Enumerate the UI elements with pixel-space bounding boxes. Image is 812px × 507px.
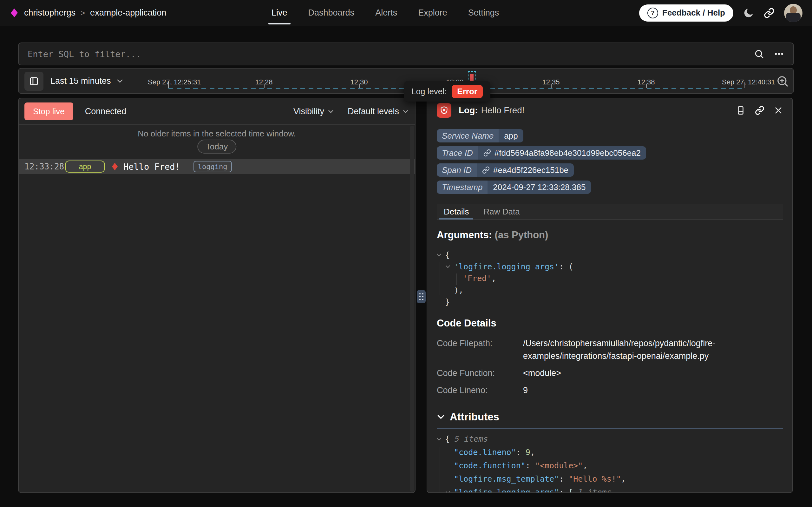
close-icon[interactable] (774, 106, 783, 115)
more-options-icon[interactable] (773, 49, 785, 59)
panel-resize-handle[interactable] (417, 290, 426, 303)
badge-trace-id[interactable]: Trace ID #fdd5694a8fa98eb4e301d99ebc056e… (437, 146, 646, 160)
tooltip-label: Log level: (412, 87, 447, 97)
code-token-punc: , (583, 461, 587, 470)
reader-view-icon[interactable] (736, 106, 745, 115)
filter-icons (754, 49, 785, 59)
breadcrumb-project[interactable]: example-application (90, 8, 166, 18)
breadcrumb: christophergs > example-application (11, 8, 166, 18)
code-token-key: "code.function" (454, 461, 525, 470)
collapse-chevron-icon[interactable] (437, 252, 441, 257)
dark-mode-moon-icon[interactable] (743, 7, 754, 19)
empty-window-message: No older items in the selected time wind… (19, 129, 415, 138)
attributes-heading-label: Attributes (450, 411, 499, 423)
code-token-key: "logfire.logging_args" (454, 488, 559, 493)
top-nav: christophergs > example-application Live… (0, 0, 812, 26)
detail-header: Log:Hello Fred! (437, 103, 783, 118)
attributes-heading[interactable]: Attributes (437, 411, 783, 423)
arguments-code-block[interactable]: {'logfire.logging_args': ('Fred',),} (437, 249, 783, 308)
nav-item-settings[interactable]: Settings (468, 0, 499, 26)
default-levels-dropdown[interactable]: Default levels (348, 107, 409, 116)
code-token-num: 9 (525, 448, 530, 457)
tab-raw-data[interactable]: Raw Data (483, 204, 519, 219)
detail-title: Log:Hello Fred! (459, 105, 524, 115)
zoom-in-icon[interactable] (776, 75, 789, 88)
code-line: "logfire.logging_args": [ 1 items (437, 486, 783, 493)
log-row-selected[interactable]: 12:33:28 app Hello Fred! logging (19, 159, 415, 174)
code-token-punc: , (530, 448, 535, 457)
tab-details[interactable]: Details (444, 204, 469, 219)
scope-tag[interactable]: logging (193, 161, 232, 172)
copy-link-icon[interactable] (755, 106, 764, 115)
code-line: { (437, 249, 783, 261)
scrollbar-track[interactable] (410, 126, 414, 492)
collapse-chevron-icon[interactable] (437, 437, 441, 441)
code-line: { 5 items (437, 433, 783, 446)
logfire-logo-icon[interactable] (11, 9, 18, 17)
nav-items: LiveDashboardsAlertsExploreSettings (271, 0, 499, 26)
code-detail-value: /Users/christophersamiullah/repos/pydant… (523, 337, 783, 362)
log-level-tooltip: Log level: Error (404, 81, 490, 102)
chevron-down-icon (437, 413, 445, 421)
code-token-punc: , (491, 274, 496, 283)
badge-value: app (499, 129, 523, 143)
code-token-key: "logfire.msg_template" (454, 474, 559, 484)
code-detail-label: Code Filepath: (437, 337, 523, 362)
service-tag[interactable]: app (65, 161, 105, 173)
code-detail-label: Code Function: (437, 367, 523, 380)
feedback-help-label: Feedback / Help (662, 8, 725, 18)
code-token-punc: : [ (559, 488, 578, 493)
nav-item-dashboards[interactable]: Dashboards (308, 0, 355, 26)
visibility-dropdown[interactable]: Visibility (293, 107, 334, 116)
arguments-subheading: (as Python) (495, 229, 548, 240)
code-details-heading: Code Details (437, 318, 783, 329)
nav-item-alerts[interactable]: Alerts (375, 0, 397, 26)
badge-label: Service Name (437, 129, 499, 143)
code-token-meta: 1 items (578, 488, 611, 493)
code-token-str: "Hello %s!" (568, 474, 621, 484)
log-timestamp: 12:33:28 (24, 162, 65, 171)
arguments-heading-label: Arguments: (437, 229, 492, 240)
feedback-help-button[interactable]: ? Feedback / Help (639, 4, 733, 21)
code-line: } (437, 296, 783, 308)
link-icon (482, 166, 490, 174)
code-line: "code.lineno": 9, (437, 446, 783, 459)
collapse-chevron-icon[interactable] (446, 264, 450, 268)
badge-value: #fdd5694a8fa98eb4e301d99ebc056ea2 (478, 146, 646, 160)
stop-live-button[interactable]: Stop live (24, 103, 73, 120)
chevron-down-icon (402, 108, 409, 115)
detail-title-prefix: Log: (459, 105, 478, 115)
today-button[interactable]: Today (197, 139, 236, 154)
code-token-punc: } (445, 297, 450, 306)
badge-list: Service NameappTrace ID #fdd5694a8fa98eb… (437, 129, 722, 194)
search-icon[interactable] (754, 49, 764, 59)
code-token-key: 'logfire.logging_args' (454, 262, 559, 271)
code-detail-label: Code Lineno: (437, 384, 523, 397)
default-levels-label: Default levels (348, 107, 399, 116)
link-icon (483, 149, 491, 157)
user-avatar[interactable] (784, 4, 803, 22)
code-line: ), (437, 284, 783, 296)
attributes-code-block[interactable]: { 5 items"code.lineno": 9,"code.function… (437, 433, 783, 493)
code-line: "logfire.msg_template": "Hello %s!", (437, 472, 783, 486)
badge-service-name[interactable]: Service Nameapp (437, 129, 523, 143)
code-detail-value: <module> (523, 367, 783, 380)
collapse-chevron-icon[interactable] (446, 490, 450, 493)
breadcrumb-org[interactable]: christophergs (24, 8, 75, 18)
log-message: Hello Fred! (123, 162, 180, 172)
error-diamond-icon (112, 163, 118, 170)
code-token-punc: : (516, 448, 525, 457)
nav-item-explore[interactable]: Explore (418, 0, 447, 26)
breadcrumb-separator: > (80, 9, 85, 17)
detail-title-message: Hello Fred! (481, 105, 524, 115)
arguments-heading: Arguments: (as Python) (437, 229, 783, 241)
sql-filter-input[interactable] (27, 49, 754, 59)
badge-timestamp[interactable]: Timestamp2024-09-27 12:33:28.385 (437, 180, 591, 194)
code-token-punc: : (559, 474, 568, 484)
nav-item-live[interactable]: Live (271, 0, 288, 26)
sql-filter-bar (18, 43, 794, 65)
share-link-icon[interactable] (764, 8, 774, 18)
badge-span-id[interactable]: Span ID #ea4d5f226ec151be (437, 163, 574, 177)
code-line: 'logfire.logging_args': ( (437, 261, 783, 273)
chevron-down-icon (327, 108, 334, 115)
